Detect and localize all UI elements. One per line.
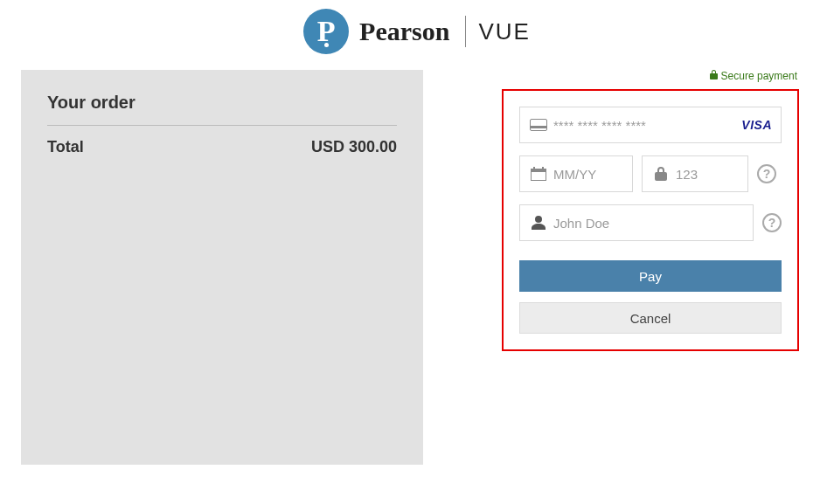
card-number-input[interactable]: [553, 118, 736, 133]
cardholder-input[interactable]: [553, 216, 744, 231]
order-total-value: USD 300.00: [311, 138, 397, 156]
person-icon: [529, 216, 548, 230]
pearson-logo-icon: P: [303, 9, 349, 54]
secure-payment-label: Secure payment: [502, 70, 799, 82]
lock-icon: [651, 167, 671, 181]
expiry-field[interactable]: [519, 155, 633, 192]
svg-rect-5: [542, 167, 544, 170]
order-title: Your order: [47, 93, 397, 126]
header: P Pearson VUE: [0, 0, 834, 70]
calendar-icon: [529, 167, 548, 181]
payment-form: VISA ?: [502, 89, 799, 351]
card-icon: [529, 119, 548, 131]
brand-divider: [465, 16, 466, 47]
svg-rect-0: [531, 120, 547, 131]
svg-rect-1: [530, 126, 547, 128]
cvv-help-icon[interactable]: ?: [757, 164, 776, 183]
svg-rect-4: [533, 167, 535, 170]
card-number-field[interactable]: VISA: [519, 107, 782, 143]
brand-pearson: Pearson: [359, 17, 449, 46]
visa-badge: VISA: [741, 118, 772, 132]
cardholder-field[interactable]: [519, 204, 754, 241]
pay-button[interactable]: Pay: [519, 260, 782, 292]
order-total-label: Total: [47, 138, 84, 156]
brand-vue: VUE: [478, 18, 530, 45]
cancel-button[interactable]: Cancel: [519, 302, 782, 334]
cvv-field[interactable]: [642, 155, 748, 192]
svg-rect-3: [531, 169, 546, 172]
order-panel: Your order Total USD 300.00: [21, 70, 423, 465]
cvv-input[interactable]: [676, 167, 834, 182]
lock-icon: [710, 70, 718, 79]
name-help-icon[interactable]: ?: [762, 213, 782, 232]
order-total-row: Total USD 300.00: [47, 138, 397, 156]
